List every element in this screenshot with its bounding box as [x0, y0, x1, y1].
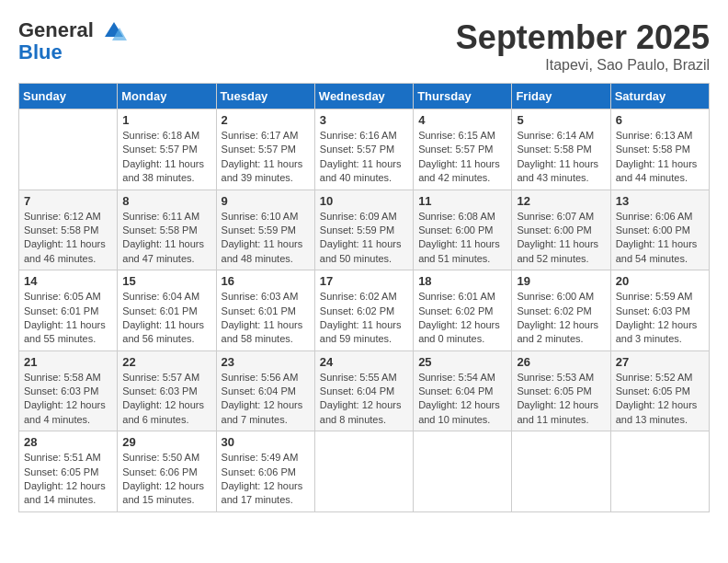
table-row: 3 Sunrise: 6:16 AM Sunset: 5:57 PM Dayli… — [314, 109, 413, 190]
daylight-text: Daylight: 11 hours and 54 minutes. — [616, 238, 698, 263]
sunrise-text: Sunrise: 5:53 AM — [517, 372, 594, 383]
sunrise-text: Sunrise: 5:49 AM — [222, 452, 299, 463]
table-row — [512, 431, 610, 512]
daylight-text: Daylight: 11 hours and 48 minutes. — [222, 238, 303, 263]
table-row: 28 Sunrise: 5:51 AM Sunset: 6:05 PM Dayl… — [19, 431, 118, 512]
daylight-text: Daylight: 11 hours and 59 minutes. — [320, 319, 402, 344]
table-row: 29 Sunrise: 5:50 AM Sunset: 6:06 PM Dayl… — [118, 431, 216, 512]
daylight-text: Daylight: 12 hours and 10 minutes. — [418, 399, 500, 424]
sunrise-text: Sunrise: 6:15 AM — [418, 130, 495, 141]
day-number: 11 — [418, 194, 506, 208]
sunrise-text: Sunrise: 5:55 AM — [320, 372, 397, 383]
col-thursday: Thursday — [414, 84, 512, 109]
day-info: Sunrise: 6:05 AM Sunset: 6:01 PM Dayligh… — [24, 290, 112, 347]
sunrise-text: Sunrise: 6:12 AM — [24, 211, 101, 222]
sunrise-text: Sunrise: 6:18 AM — [122, 130, 199, 141]
day-info: Sunrise: 6:01 AM Sunset: 6:02 PM Dayligh… — [418, 290, 506, 347]
day-number: 29 — [122, 435, 210, 449]
table-row: 7 Sunrise: 6:12 AM Sunset: 5:58 PM Dayli… — [19, 190, 118, 270]
day-number: 14 — [24, 274, 112, 288]
day-number: 3 — [320, 113, 408, 127]
table-row: 21 Sunrise: 5:58 AM Sunset: 6:03 PM Dayl… — [19, 350, 118, 431]
day-info: Sunrise: 6:12 AM Sunset: 5:58 PM Dayligh… — [24, 210, 112, 267]
table-row: 12 Sunrise: 6:07 AM Sunset: 6:00 PM Dayl… — [512, 190, 610, 270]
day-number: 2 — [222, 113, 310, 127]
day-info: Sunrise: 6:14 AM Sunset: 5:58 PM Dayligh… — [517, 129, 605, 186]
sunset-text: Sunset: 5:58 PM — [24, 224, 98, 236]
table-row: 10 Sunrise: 6:09 AM Sunset: 5:59 PM Dayl… — [314, 190, 413, 270]
calendar-week-row: 7 Sunrise: 6:12 AM Sunset: 5:58 PM Dayli… — [19, 190, 710, 270]
table-row: 1 Sunrise: 6:18 AM Sunset: 5:57 PM Dayli… — [118, 109, 216, 190]
calendar-week-row: 14 Sunrise: 6:05 AM Sunset: 6:01 PM Dayl… — [19, 270, 710, 351]
sunrise-text: Sunrise: 6:08 AM — [418, 211, 495, 222]
daylight-text: Daylight: 11 hours and 38 minutes. — [122, 158, 204, 183]
sunset-text: Sunset: 6:01 PM — [222, 305, 296, 316]
logo: General Blue — [18, 18, 127, 64]
table-row: 20 Sunrise: 5:59 AM Sunset: 6:03 PM Dayl… — [610, 270, 709, 351]
sunset-text: Sunset: 6:04 PM — [418, 385, 493, 396]
daylight-text: Daylight: 11 hours and 40 minutes. — [320, 158, 402, 183]
calendar-week-row: 1 Sunrise: 6:18 AM Sunset: 5:57 PM Dayli… — [19, 109, 710, 190]
sunrise-text: Sunrise: 6:03 AM — [222, 291, 299, 302]
daylight-text: Daylight: 12 hours and 7 minutes. — [222, 399, 303, 424]
daylight-text: Daylight: 11 hours and 42 minutes. — [418, 158, 500, 183]
daylight-text: Daylight: 11 hours and 43 minutes. — [517, 158, 598, 183]
daylight-text: Daylight: 11 hours and 39 minutes. — [222, 158, 303, 183]
day-info: Sunrise: 6:02 AM Sunset: 6:02 PM Dayligh… — [320, 290, 408, 347]
sunset-text: Sunset: 6:00 PM — [418, 224, 493, 236]
daylight-text: Daylight: 12 hours and 2 minutes. — [517, 319, 598, 344]
day-info: Sunrise: 6:00 AM Sunset: 6:02 PM Dayligh… — [517, 290, 605, 347]
sunrise-text: Sunrise: 6:10 AM — [222, 211, 299, 222]
daylight-text: Daylight: 12 hours and 6 minutes. — [122, 399, 204, 424]
sunset-text: Sunset: 5:57 PM — [122, 144, 197, 155]
table-row: 24 Sunrise: 5:55 AM Sunset: 6:04 PM Dayl… — [314, 350, 413, 431]
day-number: 25 — [418, 355, 506, 369]
daylight-text: Daylight: 12 hours and 4 minutes. — [24, 399, 106, 424]
sunrise-text: Sunrise: 6:11 AM — [122, 211, 199, 222]
table-row: 2 Sunrise: 6:17 AM Sunset: 5:57 PM Dayli… — [216, 109, 314, 190]
sunset-text: Sunset: 5:57 PM — [320, 144, 394, 155]
day-info: Sunrise: 6:15 AM Sunset: 5:57 PM Dayligh… — [418, 129, 506, 186]
table-row — [610, 431, 709, 512]
page-header: General Blue September 2025 Itapevi, Sao… — [18, 18, 710, 74]
calendar-header-row: Sunday Monday Tuesday Wednesday Thursday… — [19, 84, 710, 109]
day-number: 9 — [222, 194, 310, 208]
day-info: Sunrise: 6:10 AM Sunset: 5:59 PM Dayligh… — [222, 210, 310, 267]
day-number: 20 — [616, 274, 704, 288]
day-info: Sunrise: 6:07 AM Sunset: 6:00 PM Dayligh… — [517, 210, 605, 267]
day-info: Sunrise: 5:49 AM Sunset: 6:06 PM Dayligh… — [222, 451, 310, 508]
daylight-text: Daylight: 11 hours and 46 minutes. — [24, 238, 106, 263]
calendar-week-row: 28 Sunrise: 5:51 AM Sunset: 6:05 PM Dayl… — [19, 431, 710, 512]
table-row: 16 Sunrise: 6:03 AM Sunset: 6:01 PM Dayl… — [216, 270, 314, 351]
sunrise-text: Sunrise: 6:13 AM — [616, 130, 693, 141]
col-tuesday: Tuesday — [216, 84, 314, 109]
sunset-text: Sunset: 6:00 PM — [616, 224, 690, 236]
sunrise-text: Sunrise: 5:52 AM — [616, 372, 693, 383]
daylight-text: Daylight: 12 hours and 15 minutes. — [122, 480, 204, 505]
calendar-week-row: 21 Sunrise: 5:58 AM Sunset: 6:03 PM Dayl… — [19, 350, 710, 431]
day-number: 27 — [616, 355, 704, 369]
daylight-text: Daylight: 12 hours and 11 minutes. — [517, 399, 598, 424]
day-info: Sunrise: 5:56 AM Sunset: 6:04 PM Dayligh… — [222, 371, 310, 428]
daylight-text: Daylight: 11 hours and 50 minutes. — [320, 238, 402, 263]
table-row: 14 Sunrise: 6:05 AM Sunset: 6:01 PM Dayl… — [19, 270, 118, 351]
table-row: 25 Sunrise: 5:54 AM Sunset: 6:04 PM Dayl… — [414, 350, 512, 431]
sunrise-text: Sunrise: 5:51 AM — [24, 452, 101, 463]
day-info: Sunrise: 5:59 AM Sunset: 6:03 PM Dayligh… — [616, 290, 704, 347]
day-number: 22 — [122, 355, 210, 369]
day-info: Sunrise: 5:51 AM Sunset: 6:05 PM Dayligh… — [24, 451, 112, 508]
logo-general: General — [18, 18, 94, 41]
daylight-text: Daylight: 11 hours and 52 minutes. — [517, 238, 598, 263]
sunset-text: Sunset: 6:01 PM — [122, 305, 197, 316]
sunset-text: Sunset: 6:06 PM — [122, 466, 197, 477]
sunset-text: Sunset: 5:57 PM — [418, 144, 493, 155]
sunrise-text: Sunrise: 6:06 AM — [616, 211, 693, 222]
table-row: 15 Sunrise: 6:04 AM Sunset: 6:01 PM Dayl… — [118, 270, 216, 351]
col-sunday: Sunday — [19, 84, 118, 109]
day-number: 24 — [320, 355, 408, 369]
day-info: Sunrise: 6:11 AM Sunset: 5:58 PM Dayligh… — [122, 210, 210, 267]
sunrise-text: Sunrise: 5:57 AM — [122, 372, 199, 383]
sunrise-text: Sunrise: 6:01 AM — [418, 291, 495, 302]
col-saturday: Saturday — [610, 84, 709, 109]
sunset-text: Sunset: 6:02 PM — [320, 305, 394, 316]
